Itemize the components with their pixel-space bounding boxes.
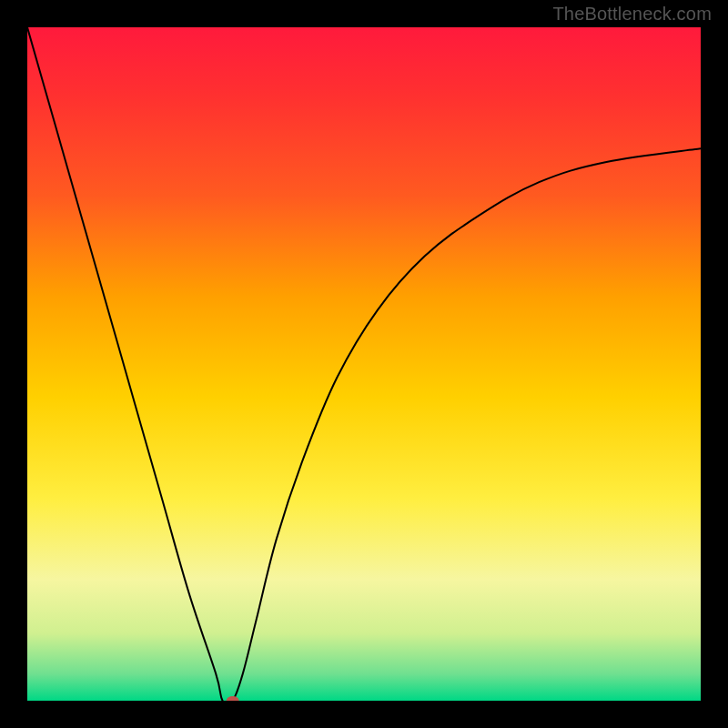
watermark-text: TheBottleneck.com: [552, 4, 712, 25]
chart-plot-area: [27, 27, 701, 701]
chart-svg: [27, 27, 701, 701]
gradient-background: [27, 27, 701, 701]
